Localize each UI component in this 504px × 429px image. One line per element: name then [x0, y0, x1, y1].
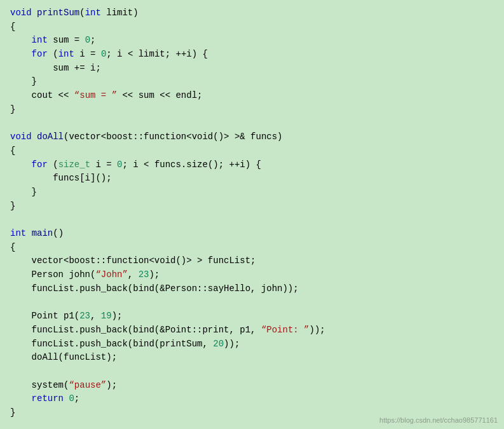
code-line-6: } — [10, 75, 494, 89]
code-line-1: void printSum(int limit) — [10, 6, 494, 20]
code-line-25: funcList.push_back(bind(printSum, 20)); — [10, 337, 494, 351]
code-line-24: funcList.push_back(bind(&Point::print, p… — [10, 323, 494, 337]
code-line-23: Point p1(23, 19); — [10, 310, 494, 323]
code-line-11: { — [10, 144, 494, 158]
code-line-13: funcs[i](); — [10, 172, 494, 186]
code-line-5: sum += i; — [10, 62, 494, 76]
code-line-14: } — [10, 186, 494, 200]
code-line-26: doAll(funcList); — [10, 351, 494, 365]
code-line-9 — [10, 117, 494, 131]
code-line-27 — [10, 365, 494, 379]
code-line-12: for (size_t i = 0; i < funcs.size(); ++i… — [10, 158, 494, 172]
code-line-4: for (int i = 0; i < limit; ++i) { — [10, 48, 494, 62]
code-line-7: cout << “sum = ” << sum << endl; — [10, 89, 494, 103]
code-line-28: system(“pause”); — [10, 379, 494, 393]
code-line-22 — [10, 296, 494, 310]
watermark: https://blog.csdn.net/cchao985771161 — [379, 416, 498, 424]
code-line-18: { — [10, 241, 494, 255]
code-line-3: int sum = 0; — [10, 34, 494, 48]
code-line-20: Person john(“John”, 23); — [10, 268, 494, 282]
code-container: void printSum(int limit) { int sum = 0; … — [0, 0, 504, 429]
code-line-8: } — [10, 103, 494, 117]
code-line-15: } — [10, 200, 494, 214]
code-line-19: vector<boost::function<void()> > funcLis… — [10, 254, 494, 268]
code-line-2: { — [10, 20, 494, 34]
code-line-17: int main() — [10, 227, 494, 241]
code-line-16 — [10, 213, 494, 227]
code-line-29: return 0; — [10, 392, 494, 406]
code-line-21: funcList.push_back(bind(&Person::sayHell… — [10, 282, 494, 296]
code-line-10: void doAll(vector<boost::function<void()… — [10, 130, 494, 144]
